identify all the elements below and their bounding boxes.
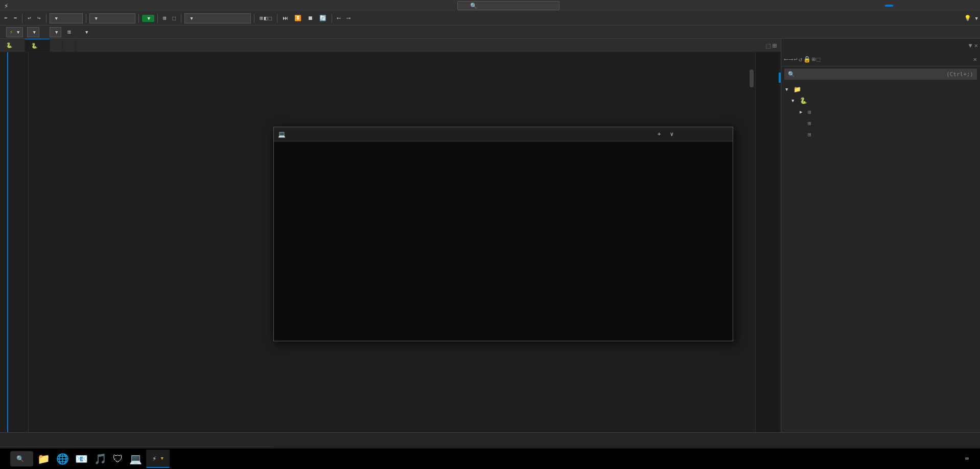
search-paths-item[interactable]: ⊞: [781, 129, 980, 140]
minimize-button[interactable]: [905, 0, 929, 11]
sidebar-btn-5[interactable]: 🔒: [803, 56, 811, 63]
taskbar-right-area: ⌨: [962, 455, 976, 462]
cpu-dropdown[interactable]: ▼: [89, 13, 135, 24]
python-version-dropdown[interactable]: ▼: [184, 13, 251, 24]
taskbar-app-email[interactable]: 📧: [73, 451, 90, 467]
close-button[interactable]: [952, 0, 976, 11]
process-dropdown[interactable]: ⚡ ▼: [6, 27, 23, 37]
user-badge[interactable]: [885, 5, 893, 7]
bottom-right-panel: [273, 432, 980, 447]
split-editor-btn[interactable]: ⬚: [766, 41, 770, 50]
tab-icon-1: 🐍: [31, 43, 37, 49]
toolbar-undo[interactable]: ↩: [26, 13, 33, 24]
taskbar-app-dev[interactable]: 💻: [127, 451, 144, 467]
bottom-tabs-bar: [0, 432, 273, 447]
solution-root[interactable]: ▼ 📁: [781, 84, 980, 95]
taskbar-running-app[interactable]: ⚡ ▼: [146, 450, 170, 468]
menu-view[interactable]: [32, 5, 40, 7]
app-insights-btn[interactable]: 💡 ▼: [964, 15, 978, 21]
sep9: [332, 14, 332, 23]
debug-config-dropdown[interactable]: ▼: [50, 13, 83, 24]
toolbar-misc2[interactable]: ⟶: [345, 13, 353, 24]
tab-connect[interactable]: [63, 39, 76, 52]
sidebar-btn-4[interactable]: ↺: [799, 56, 802, 63]
sidebar: ⟵ ⟶ ↩ ↺ 🔒 ⊞ ⬚ ✕ 🔍 (Ctrl+;) ▼ 📁 ▼ 🐍 ▶ ⊞: [781, 52, 980, 432]
toolbar-debug-stop[interactable]: ⏹: [306, 13, 315, 24]
sidebar-btn-1[interactable]: ⟵: [784, 56, 788, 63]
terminal-tab-buttons: + ∨: [654, 130, 678, 138]
solution-icon: 📁: [794, 86, 801, 93]
references-item[interactable]: ⊞: [781, 118, 980, 129]
insights-dropdown: ▼: [975, 16, 978, 21]
terminal-maximize[interactable]: [698, 129, 712, 140]
menu-extensions[interactable]: [105, 5, 113, 7]
toolbar-debug-step-over[interactable]: ⏭: [281, 13, 290, 24]
toolbar-btn2[interactable]: ⬚: [171, 13, 178, 24]
menu-project[interactable]: [50, 5, 58, 7]
sidebar-btn-3[interactable]: ↩: [794, 56, 797, 63]
menu-test[interactable]: [78, 5, 86, 7]
tab-00020813[interactable]: 🐍: [0, 39, 25, 52]
sidebar-icon-2[interactable]: ✕: [974, 42, 978, 49]
sidebar-btn-2[interactable]: ⟶: [789, 56, 792, 63]
sidebar-icon-1[interactable]: ▼: [969, 42, 972, 49]
taskbar-search[interactable]: 🔍: [10, 451, 33, 466]
sp-icon: ⊞: [808, 131, 811, 138]
toolbar-btn1[interactable]: ⊞: [161, 13, 169, 24]
search-shortcut: (Ctrl+;): [946, 71, 973, 78]
sidebar-toolbar: ⟵ ⟶ ↩ ↺ 🔒 ⊞ ⬚ ✕: [781, 52, 980, 66]
sidebar-btn-8[interactable]: ✕: [973, 56, 977, 63]
thread-dropdown[interactable]: ▼: [50, 27, 61, 37]
menu-file[interactable]: [13, 5, 21, 7]
toolbar-icon2: ◧: [264, 15, 268, 21]
toolbar-forward[interactable]: ➡: [12, 13, 19, 24]
terminal-tab-list[interactable]: ∨: [666, 130, 678, 138]
window-controls: [905, 0, 976, 11]
main-toolbar: ⬅ ➡ ↩ ↪ ▼ ▼ ▼ ⊞ ⬚ ▼ ⊞ ◧ ⬚ ⏭ ⏬ ⏹ 🔄 ⟵ ⟶ 💡 …: [0, 11, 980, 26]
expand-editor-btn[interactable]: ⊞: [773, 41, 777, 50]
sidebar-search-input[interactable]: [797, 71, 946, 77]
maximize-button[interactable]: [929, 0, 952, 11]
tab-audacity[interactable]: 🐍: [25, 39, 50, 52]
editor-scrollbar-v[interactable]: [748, 52, 755, 432]
taskbar-app-store[interactable]: 🛡: [111, 451, 125, 467]
menu-tools[interactable]: [96, 5, 104, 7]
menu-analyze[interactable]: [87, 5, 95, 7]
taskbar-apps: 📁 🌐 📧 🎵 🛡 💻: [35, 451, 144, 467]
dropdown-arrow3: ▼: [190, 16, 193, 21]
terminal-minimize[interactable]: [682, 129, 696, 140]
keyboard-icon[interactable]: ⌨: [965, 455, 969, 462]
run-button[interactable]: ▼: [142, 15, 154, 22]
sidebar-btn-7[interactable]: ⬚: [816, 56, 820, 63]
lifecycle-dropdown[interactable]: ▼: [27, 27, 39, 37]
tab-wandou[interactable]: [50, 39, 63, 52]
toolbar-debug-step-into[interactable]: ⏬: [292, 13, 304, 24]
menu-debug[interactable]: [68, 5, 77, 7]
menu-git[interactable]: [41, 5, 49, 7]
stack-arrow: ▼: [85, 30, 88, 35]
python-env-item[interactable]: ▶ ⊞: [781, 106, 980, 118]
run-dropdown-arrow: ▼: [148, 16, 150, 21]
terminal-header: 💻 + ∨: [274, 127, 733, 142]
menu-window[interactable]: [114, 5, 123, 7]
menu-help[interactable]: [124, 5, 132, 7]
menu-build[interactable]: [59, 5, 67, 7]
toolbar-redo[interactable]: ↪: [35, 13, 43, 24]
env-icon: ⊞: [808, 109, 811, 115]
menu-edit[interactable]: [22, 5, 31, 7]
taskbar-app-music[interactable]: 🎵: [92, 451, 109, 467]
toolbar-misc1[interactable]: ⟵: [335, 13, 343, 24]
taskbar-app-browser[interactable]: 🌐: [54, 451, 71, 467]
toolbar-back[interactable]: ⬅: [2, 13, 10, 24]
terminal-close[interactable]: [714, 129, 729, 140]
toolbar-icons-group[interactable]: ⊞ ◧ ⬚: [258, 13, 274, 24]
toolbar-debug-restart[interactable]: 🔄: [317, 13, 329, 24]
terminal-tab-plus[interactable]: +: [654, 130, 665, 138]
sidebar-controls: ▼ ✕: [969, 42, 978, 49]
project-icon: 🐍: [800, 97, 807, 104]
sidebar-btn-6[interactable]: ⊞: [812, 56, 815, 63]
project-root[interactable]: ▼ 🐍: [781, 95, 980, 106]
scrollbar-thumb: [750, 69, 754, 87]
taskbar-app-files[interactable]: 📁: [35, 451, 52, 467]
sidebar-search[interactable]: 🔍 (Ctrl+;): [784, 68, 977, 80]
